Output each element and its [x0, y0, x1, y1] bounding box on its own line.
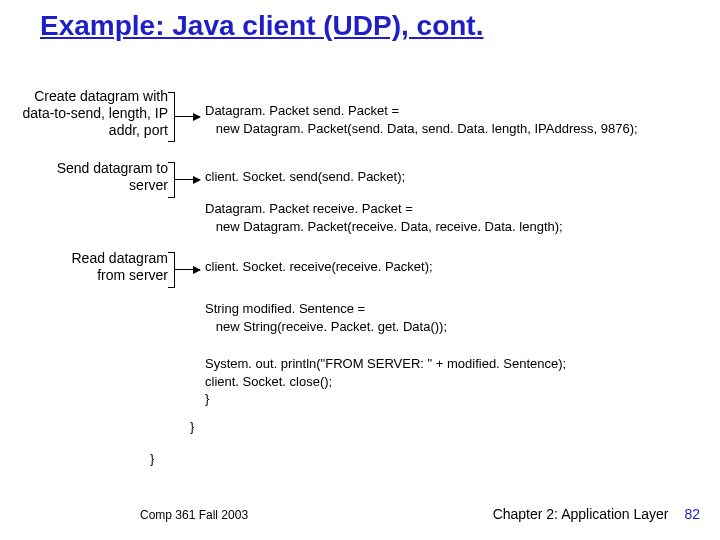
code-modified-sentence: String modified. Sentence = new String(r… [205, 300, 447, 335]
page-number: 82 [684, 506, 700, 522]
footer-chapter: Chapter 2: Application Layer 82 [493, 506, 700, 522]
slide-title: Example: Java client (UDP), cont. [40, 10, 483, 42]
arrow-2 [174, 179, 200, 180]
code-brace-outer: } [150, 450, 154, 468]
code-println-close: System. out. println("FROM SERVER: " + m… [205, 355, 566, 408]
annotation-read-datagram: Read datagram from server [50, 250, 168, 284]
footer-course: Comp 361 Fall 2003 [140, 508, 248, 522]
code-create-datagram: Datagram. Packet send. Packet = new Data… [205, 102, 638, 137]
annotation-create-datagram: Create datagram with data-to-send, lengt… [18, 88, 168, 138]
code-receive: client. Socket. receive(receive. Packet)… [205, 258, 433, 276]
bracket-1 [168, 92, 175, 142]
arrow-3 [174, 269, 200, 270]
annotation-send-datagram: Send datagram to server [50, 160, 168, 194]
code-brace-inner: } [190, 418, 194, 436]
arrow-1 [174, 116, 200, 117]
bracket-2 [168, 162, 175, 198]
code-send: client. Socket. send(send. Packet); [205, 168, 405, 186]
bracket-3 [168, 252, 175, 288]
code-receive-packet-decl: Datagram. Packet receive. Packet = new D… [205, 200, 563, 235]
footer-chapter-text: Chapter 2: Application Layer [493, 506, 669, 522]
